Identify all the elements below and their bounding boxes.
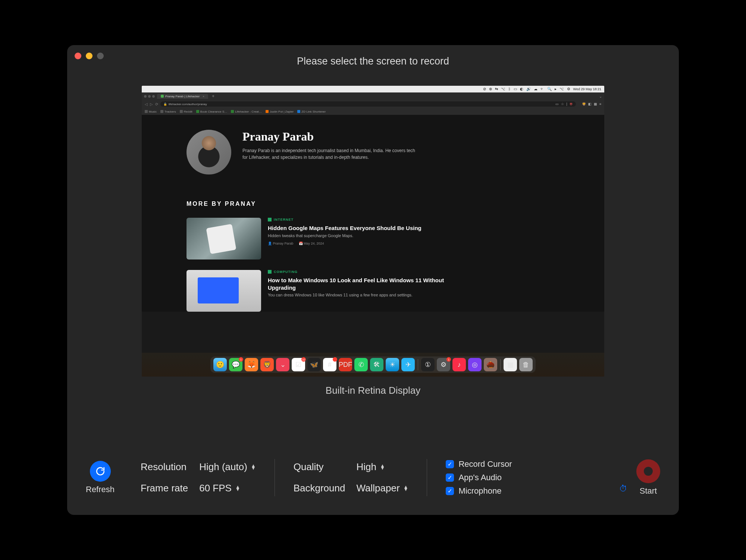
minimize-window-button[interactable] — [86, 53, 93, 59]
menubar-icon: ⊘ — [483, 87, 486, 91]
zoom-window-button[interactable] — [97, 53, 104, 59]
window-controls — [75, 53, 104, 59]
category-badge-icon — [268, 218, 272, 221]
article-title: How to Make Windows 10 Look and Feel Lik… — [268, 277, 447, 291]
dock-app-pdf: PDF — [339, 358, 352, 371]
checkbox-label: App's Audio — [458, 473, 502, 482]
controls-bar: Refresh Resolution High (auto) ▲▼ Frame … — [67, 448, 679, 515]
resolution-value: High (auto) — [199, 461, 247, 473]
refresh-icon — [95, 466, 105, 476]
article-item: INTERNET Hidden Google Maps Features Eve… — [186, 218, 560, 259]
app-window: Please select the screen to record ⊘ ⊕ ⇆… — [67, 45, 679, 515]
menubar-icon: ⊕ — [489, 87, 492, 91]
lock-icon: 🔒 — [163, 103, 167, 106]
bookmark-item: Music — [149, 110, 157, 113]
divider — [275, 459, 275, 496]
resolution-select[interactable]: High (auto) ▲▼ — [199, 461, 256, 473]
refresh-label: Refresh — [86, 485, 115, 494]
stepper-icon: ▲▼ — [235, 486, 240, 491]
divider: | — [566, 102, 567, 106]
author-avatar — [186, 130, 231, 174]
checkbox-icon: ✓ — [446, 460, 454, 468]
extension-icon: ◧ — [588, 102, 592, 106]
article-description: You can dress Windows 10 like Windows 11… — [268, 293, 424, 297]
dock-app-todo: ☑10 — [292, 358, 305, 371]
forward-icon: ▷ — [150, 102, 153, 106]
quality-select[interactable]: High ▲▼ — [356, 461, 408, 473]
favicon-icon — [161, 95, 164, 98]
browser-tab-strip: Pranay Parab | Lifehacker × + ⌄ — [142, 92, 604, 100]
divider — [427, 459, 427, 496]
dock-app-1password: ① — [421, 358, 435, 371]
dock-app-music: ♪ — [452, 358, 466, 371]
extension-icon: ▦ — [594, 102, 597, 106]
dock-app-settings: ⚙1 — [437, 358, 450, 371]
dock-app-acorn: 🌰 — [484, 358, 497, 371]
bookmark-item: Reddit — [184, 110, 192, 113]
start-label: Start — [640, 486, 657, 496]
record-cursor-checkbox[interactable]: ✓ Record Cursor — [446, 459, 512, 469]
bookmark-item: Trackers — [164, 110, 176, 113]
framerate-label: Frame rate — [141, 482, 188, 494]
volume-icon: 🔊 — [526, 87, 531, 91]
bookmark-item: ZD Link Shortener — [301, 110, 326, 113]
reader-icon: ▭ — [555, 102, 559, 106]
back-icon: ◁ — [145, 102, 148, 106]
dock-app-pocket: ⌄ — [276, 358, 289, 371]
quality-value: High — [356, 461, 376, 473]
timer-icon[interactable]: ⏱ — [619, 484, 627, 494]
menubar-icon: ◐ — [520, 87, 523, 91]
browser-window-dot — [152, 95, 155, 98]
bluetooth-icon: ᛒ — [508, 87, 511, 91]
close-window-button[interactable] — [75, 53, 81, 59]
screen-name-label: Built-in Retina Display — [326, 385, 420, 396]
menubar-icon: ▸ — [555, 87, 557, 91]
screen-thumbnail[interactable]: ⊘ ⊕ ⇆ ⌥ ᛒ ▭ ◐ 🔊 ☁ ᯤ 🔍 ▸ ⌥ ⚙ Wed 29 May 1… — [142, 86, 604, 377]
extension-icon: 🦁 — [582, 102, 586, 106]
dock-app-tools: 🛠 — [370, 358, 383, 371]
author-bio: Pranay Parab is an independent tech jour… — [242, 147, 421, 161]
menubar-icon: ☁ — [534, 87, 537, 91]
dock-app-butterfly: 🦋 — [307, 358, 321, 371]
menubar-icon: ⌥ — [560, 87, 564, 91]
dock-app-telegram: ✈ — [401, 358, 415, 371]
bookmark-item: Lifehacker - Creat… — [235, 110, 262, 113]
dock-app-messages: 💬1 — [229, 358, 242, 371]
menubar-icon: ⌥ — [501, 87, 505, 91]
quality-label: Quality — [294, 461, 345, 473]
close-tab-icon: × — [203, 95, 204, 98]
browser-toolbar: ◁ ▷ ⟳ 🔒 lifehacker.com/author/pranay ▭ ☆… — [142, 100, 604, 108]
background-select[interactable]: Wallpaper ▲▼ — [356, 482, 408, 494]
article-thumbnail — [186, 218, 261, 259]
dock-app-brave: 🦁 — [260, 358, 274, 371]
category-badge-icon — [268, 270, 272, 274]
app-audio-checkbox[interactable]: ✓ App's Audio — [446, 473, 512, 482]
author-name: Pranay Parab — [242, 130, 421, 144]
dock-app-slack: # — [323, 358, 336, 371]
dock-app-firefox: 🦊 — [245, 358, 258, 371]
checkbox-icon: ✓ — [446, 474, 454, 482]
chevron-down-icon: ⌄ — [599, 94, 602, 98]
dock: 🙂 💬1 🦊 🦁 ⌄ ☑10 🦋 # PDF ✆ 🛠 ☀ ✈ ① ⚙1 — [210, 356, 536, 373]
browser-tab: Pranay Parab | Lifehacker × — [157, 94, 208, 99]
tab-title: Pranay Parab | Lifehacker — [165, 95, 200, 98]
reload-icon: ⟳ — [155, 102, 158, 106]
menu-icon: ≡ — [599, 102, 601, 106]
new-tab-icon: + — [212, 94, 214, 99]
menubar-icon: ⇆ — [495, 87, 498, 91]
dock-app-generic: ▦ — [504, 358, 517, 371]
article-item: COMPUTING How to Make Windows 10 Look an… — [186, 270, 560, 312]
framerate-value: 60 FPS — [199, 482, 232, 494]
background-value: Wallpaper — [356, 482, 399, 494]
refresh-button[interactable] — [90, 461, 111, 482]
dock-trash: 🗑 — [519, 358, 533, 371]
stepper-icon: ▲▼ — [404, 486, 408, 491]
window-title: Please select the screen to record — [67, 56, 679, 67]
framerate-select[interactable]: 60 FPS ▲▼ — [199, 482, 256, 494]
bookmarks-bar: Music Trackers Reddit Book Clearance S… … — [142, 108, 604, 115]
bookmark-item: Justin Pot | Zapier — [270, 110, 294, 113]
start-record-button[interactable] — [636, 459, 660, 483]
microphone-checkbox[interactable]: ✓ Microphone — [446, 486, 512, 496]
bookmark-item: Book Clearance S… — [200, 110, 227, 113]
dock-app-finder: 🙂 — [213, 358, 227, 371]
